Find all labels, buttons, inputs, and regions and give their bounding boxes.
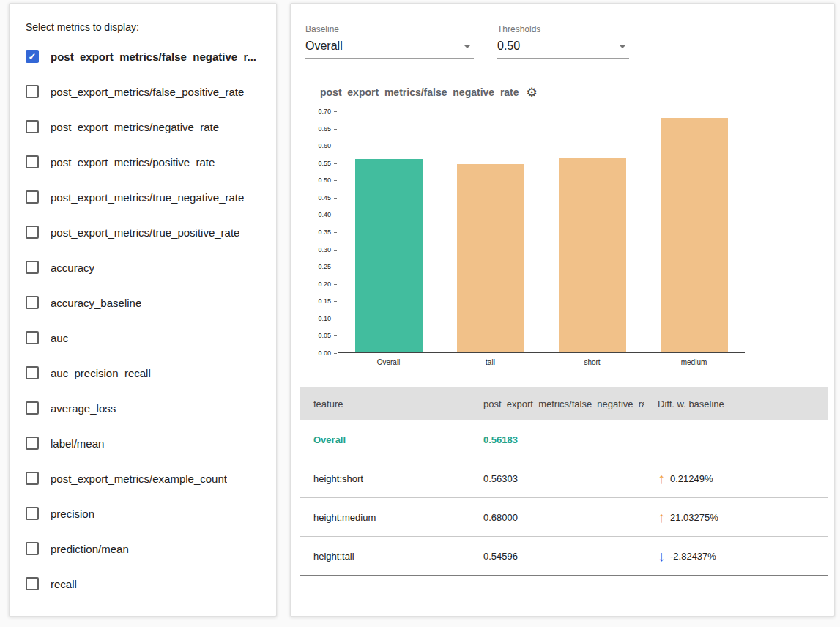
checkbox-unchecked-icon[interactable] bbox=[26, 507, 39, 520]
bar-Overall[interactable] bbox=[355, 159, 423, 352]
metric-item-label: post_export_metrics/true_positive_rate bbox=[51, 226, 239, 239]
metric-select-panel: Select metrics to display: ✓post_export_… bbox=[9, 3, 277, 617]
plot-wrap: Overalltallshortmedium bbox=[338, 111, 745, 366]
y-tick-label: 0.70 bbox=[318, 108, 331, 115]
metric-item[interactable]: label/mean bbox=[26, 426, 266, 461]
y-tick-label: 0.30 bbox=[318, 246, 331, 253]
metric-list: ✓post_export_metrics/false_negative_r...… bbox=[26, 39, 266, 601]
x-tick-label: Overall bbox=[338, 353, 439, 366]
thresholds-select[interactable]: 0.50 bbox=[497, 40, 629, 59]
y-tick-label: 0.25 bbox=[318, 263, 331, 270]
table-body: Overall0.56183height:short0.56303↑0.2124… bbox=[300, 420, 828, 575]
metric-item[interactable]: prediction/mean bbox=[26, 531, 266, 566]
arrow-up-icon: ↑ bbox=[658, 510, 665, 524]
y-tick-label: 0.00 bbox=[318, 349, 331, 357]
checkbox-unchecked-icon[interactable] bbox=[26, 542, 39, 555]
table-row[interactable]: height:short0.56303↑0.21249% bbox=[300, 459, 828, 497]
plot-area bbox=[338, 111, 745, 353]
metric-item[interactable]: post_export_metrics/true_negative_rate bbox=[26, 179, 266, 215]
bar-short[interactable] bbox=[559, 158, 626, 352]
y-tick-label: 0.40 bbox=[318, 211, 331, 218]
table-row[interactable]: Overall0.56183 bbox=[300, 420, 828, 459]
checkbox-unchecked-icon[interactable] bbox=[26, 401, 39, 415]
metric-select-title: Select metrics to display: bbox=[26, 21, 266, 33]
value-cell: 0.56303 bbox=[470, 473, 644, 484]
thresholds-select-group: Thresholds 0.50 bbox=[497, 24, 629, 59]
checkbox-unchecked-icon[interactable] bbox=[26, 296, 39, 309]
baseline-selected-value: Overall bbox=[305, 40, 343, 53]
metric-item-label: recall bbox=[51, 578, 77, 590]
bar-slot bbox=[643, 111, 745, 352]
checkbox-unchecked-icon[interactable] bbox=[26, 366, 39, 379]
diff-value: 21.03275% bbox=[670, 512, 718, 523]
table-row[interactable]: height:medium0.68000↑21.03275% bbox=[300, 497, 828, 536]
bar-chart: 0.000.050.100.150.200.250.300.350.400.45… bbox=[305, 111, 834, 366]
y-tick-label: 0.60 bbox=[318, 142, 331, 149]
checkbox-unchecked-icon[interactable] bbox=[26, 85, 39, 98]
metric-item[interactable]: auc_precision_recall bbox=[26, 355, 266, 390]
checkbox-checked-icon[interactable]: ✓ bbox=[26, 50, 39, 63]
checkbox-unchecked-icon[interactable] bbox=[26, 155, 39, 168]
metric-item[interactable]: precision bbox=[26, 496, 266, 531]
metric-item-label: precision bbox=[51, 508, 94, 520]
metric-item[interactable]: post_export_metrics/false_positive_rate bbox=[26, 74, 266, 109]
fairness-indicators-app: Select metrics to display: ✓post_export_… bbox=[0, 0, 840, 627]
y-tick-label: 0.10 bbox=[318, 315, 331, 322]
metric-item-label: post_export_metrics/false_negative_r... bbox=[51, 51, 256, 63]
chevron-down-icon bbox=[464, 45, 471, 48]
metric-item[interactable]: post_export_metrics/example_count bbox=[26, 461, 266, 496]
baseline-select[interactable]: Overall bbox=[305, 40, 474, 59]
checkbox-unchecked-icon[interactable] bbox=[26, 190, 39, 204]
bar-slot bbox=[338, 111, 439, 352]
value-cell: 0.54596 bbox=[470, 551, 644, 562]
y-tick-label: 0.50 bbox=[318, 177, 331, 184]
table-header-row: featurepost_export_metrics/false_negativ… bbox=[300, 387, 828, 420]
metric-item-label: post_export_metrics/negative_rate bbox=[51, 121, 219, 133]
metric-item[interactable]: post_export_metrics/true_positive_rate bbox=[26, 215, 266, 250]
controls-bar: Baseline Overall Thresholds 0.50 bbox=[305, 24, 834, 59]
metric-item[interactable]: accuracy_baseline bbox=[26, 285, 266, 320]
metrics-table: featurepost_export_metrics/false_negativ… bbox=[300, 387, 828, 576]
bar-slot bbox=[541, 111, 643, 352]
y-tick-label: 0.05 bbox=[318, 332, 331, 339]
metric-item[interactable]: recall bbox=[26, 566, 266, 601]
metric-item[interactable]: ✓post_export_metrics/false_negative_r... bbox=[26, 39, 266, 74]
x-tick-label: medium bbox=[643, 353, 745, 366]
arrow-up-icon: ↑ bbox=[658, 471, 665, 486]
metric-item[interactable]: auc bbox=[26, 320, 266, 355]
diff-cell: ↑21.03275% bbox=[644, 510, 828, 524]
metric-item[interactable]: accuracy bbox=[26, 250, 266, 285]
chart-title: post_export_metrics/false_negative_rate bbox=[320, 86, 519, 98]
metric-item[interactable]: average_loss bbox=[26, 390, 266, 426]
metric-item-label: average_loss bbox=[51, 402, 116, 415]
checkbox-unchecked-icon[interactable] bbox=[26, 577, 39, 590]
baseline-select-group: Baseline Overall bbox=[305, 24, 474, 59]
gear-icon[interactable]: ⚙ bbox=[527, 86, 538, 99]
baseline-label: Baseline bbox=[305, 24, 474, 34]
diff-value: -2.82437% bbox=[670, 551, 716, 562]
y-tick-label: 0.45 bbox=[318, 194, 331, 201]
checkbox-unchecked-icon[interactable] bbox=[26, 437, 39, 450]
diff-cell: ↓-2.82437% bbox=[644, 549, 828, 563]
x-tick-label: tall bbox=[439, 353, 541, 366]
metric-item-label: prediction/mean bbox=[51, 543, 129, 555]
metric-item[interactable]: post_export_metrics/negative_rate bbox=[26, 109, 266, 144]
metric-item-label: post_export_metrics/false_positive_rate bbox=[51, 86, 244, 98]
checkbox-unchecked-icon[interactable] bbox=[26, 261, 39, 274]
thresholds-label: Thresholds bbox=[497, 24, 629, 34]
x-axis-labels: Overalltallshortmedium bbox=[338, 353, 745, 366]
bar-medium[interactable] bbox=[661, 118, 728, 352]
diff-value: 0.21249% bbox=[670, 473, 713, 484]
y-axis-labels: 0.000.050.100.150.200.250.300.350.400.45… bbox=[305, 111, 338, 353]
y-tick-label: 0.20 bbox=[318, 281, 331, 288]
metric-item[interactable]: post_export_metrics/positive_rate bbox=[26, 144, 266, 179]
bar-tall[interactable] bbox=[457, 164, 524, 352]
x-tick-label: short bbox=[541, 353, 643, 366]
table-row[interactable]: height:tall0.54596↓-2.82437% bbox=[300, 536, 828, 575]
metric-item-label: label/mean bbox=[51, 437, 104, 450]
checkbox-unchecked-icon[interactable] bbox=[26, 120, 39, 133]
checkbox-unchecked-icon[interactable] bbox=[26, 226, 39, 239]
feature-cell: height:tall bbox=[300, 551, 470, 562]
checkbox-unchecked-icon[interactable] bbox=[26, 331, 39, 344]
checkbox-unchecked-icon[interactable] bbox=[26, 472, 39, 485]
